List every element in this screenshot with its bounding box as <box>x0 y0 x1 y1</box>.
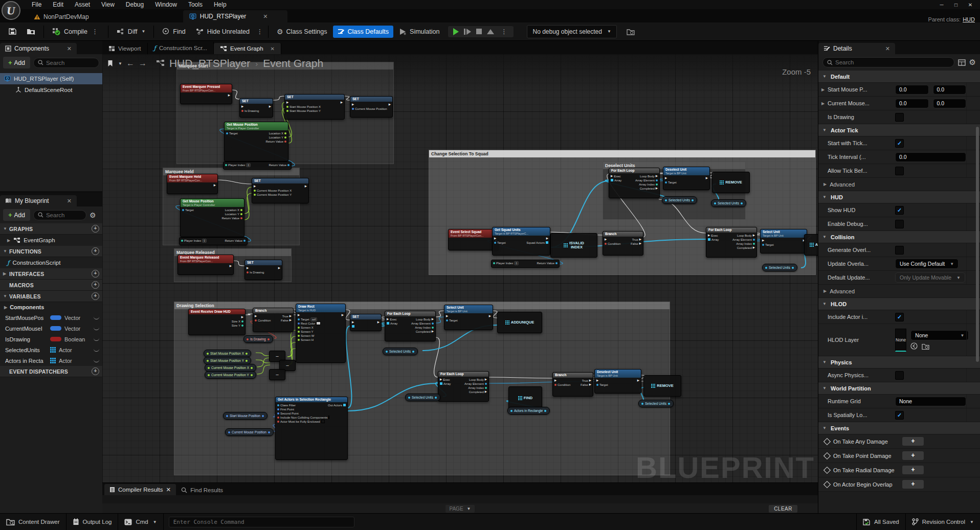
advanced-expander[interactable]: ▶Advanced <box>818 285 980 298</box>
menu-item-edit[interactable]: Edit <box>48 0 69 9</box>
details-section-collision[interactable]: ▼Collision <box>818 231 980 243</box>
variable-get-pill[interactable]: Actors in Rectangle <box>507 407 550 414</box>
pin-default-value[interactable]: self <box>310 317 318 321</box>
menu-item-tools[interactable]: Tools <box>183 0 208 9</box>
node-pin[interactable]: ▶ <box>489 314 491 318</box>
node-pin[interactable]: Return Value <box>269 163 289 167</box>
menu-item-help[interactable]: Help <box>209 0 232 9</box>
details-tab[interactable]: Details ✕ <box>818 43 895 54</box>
checkbox[interactable] <box>895 220 904 228</box>
node-pin[interactable]: ▶Exec <box>440 378 451 381</box>
variable-get-pill[interactable]: Start Mouse Position <box>223 412 268 420</box>
variable-row-actors-in-recta[interactable]: Actors in RectaActor <box>0 355 102 366</box>
node-pin[interactable]: Player Index0 <box>181 239 207 242</box>
event-select-squad-node[interactable]: Event Select SquadFrom BP RTSPlayerCon..… <box>448 229 499 250</box>
add-component-button[interactable]: +Add <box>3 57 30 68</box>
node-pin[interactable]: ▶ <box>241 105 259 108</box>
color-swatch[interactable] <box>316 321 321 325</box>
node-pin[interactable]: Start Mouse Position Y <box>286 109 321 112</box>
tab-viewport[interactable]: Viewport <box>102 43 148 54</box>
node-pin[interactable]: ▶ <box>389 103 391 106</box>
menu-item-debug[interactable]: Debug <box>121 0 149 9</box>
content-drawer-button[interactable]: Content Drawer <box>0 514 66 530</box>
node-pin[interactable]: ▶ <box>247 266 264 270</box>
close-icon[interactable]: ✕ <box>271 46 275 52</box>
node-pin[interactable]: Screen H <box>298 338 321 341</box>
output-log-button[interactable]: Output Log <box>66 514 119 530</box>
variable-get-pill[interactable]: Selected Units <box>762 264 797 271</box>
section-header-interfaces[interactable]: ▶INTERFACES+ <box>0 268 102 280</box>
node-pin[interactable]: Location X <box>269 131 286 135</box>
remove-node[interactable]: REMOVE <box>643 375 681 397</box>
node-pin[interactable]: Size X <box>232 319 243 323</box>
my-blueprint-search-input[interactable]: Search <box>33 210 86 220</box>
node-pin[interactable]: Array Index <box>415 326 434 329</box>
play-icon[interactable] <box>453 28 459 35</box>
set-node[interactable]: SET▶Current Mouse Position▶ <box>350 96 393 118</box>
node-pin[interactable]: Start Mouse Position X <box>286 105 321 108</box>
eject-icon[interactable] <box>487 29 494 34</box>
add-section-item-icon[interactable]: + <box>92 225 99 233</box>
eye-icon[interactable] <box>94 348 99 352</box>
checkbox[interactable]: ✓ <box>895 206 904 215</box>
node-pin[interactable]: Return Value <box>537 261 558 265</box>
node-pin[interactable]: Target <box>596 383 608 386</box>
components-search-input[interactable]: Search <box>33 58 99 68</box>
details-section-actor-tick[interactable]: ▼Actor Tick <box>818 124 980 136</box>
dropdown[interactable]: Use Config Default▼ <box>895 259 959 269</box>
node-pin[interactable]: ▶ <box>446 314 458 318</box>
select-unit-node[interactable]: Select UnitTarget is BP Unit▶Target▶ <box>760 229 807 254</box>
node-pin[interactable]: Out Actors <box>328 403 346 407</box>
node-pin[interactable]: ▶ <box>342 313 344 317</box>
node-pin[interactable]: ▶Completed <box>737 246 755 249</box>
close-icon[interactable]: ✕ <box>166 486 171 493</box>
section-header-functions[interactable]: ▼FUNCTIONS+ <box>0 246 102 257</box>
simulation-button[interactable]: Simulation <box>394 26 444 38</box>
node-pin[interactable]: ▶Loop Body <box>416 317 434 321</box>
blueprint-item-constructionscript[interactable]: ƒConstructionScript <box>0 257 102 268</box>
chevron-down-icon[interactable]: ▼ <box>118 61 122 66</box>
console-command-input[interactable]: Enter Console Command <box>169 517 354 527</box>
node-pin[interactable]: Array <box>440 382 451 385</box>
branch-node[interactable]: Branch▶Condition▶True▶False <box>253 308 294 332</box>
for-each-loop-node[interactable]: For Each Loop▶ExecArray▶Loop BodyArray E… <box>706 227 757 258</box>
pill-out-pin[interactable] <box>246 360 248 362</box>
node-pin[interactable]: ▶Loop Body <box>469 378 487 381</box>
menu-item-window[interactable]: Window <box>150 0 182 9</box>
compact-pure-node-node[interactable]: − <box>269 369 285 380</box>
eye-icon[interactable] <box>94 337 99 341</box>
class-settings-button[interactable]: ⚙ Class Settings <box>272 25 331 38</box>
node-pin[interactable]: Second Point <box>277 411 327 415</box>
deselect-unit-node[interactable]: Deselect UnitTarget is BP Unit▶Target▶ <box>594 369 641 394</box>
pill-out-pin[interactable] <box>412 351 414 353</box>
pill-out-pin[interactable] <box>268 338 270 340</box>
use-selected-icon[interactable] <box>910 342 918 350</box>
node-pin[interactable]: ▶ <box>706 176 708 180</box>
node-pin[interactable]: Targetself <box>298 317 321 321</box>
node-pin[interactable]: ▶Exec <box>387 317 397 321</box>
blueprint-item-eventgraph[interactable]: ▶EventGraph <box>0 235 102 246</box>
remove-node[interactable]: REMOVE <box>712 172 750 193</box>
details-settings-gear-icon[interactable]: ⚙ <box>969 58 976 67</box>
dropdown[interactable]: Only Update Movable▼ <box>895 272 965 283</box>
debug-object-dropdown[interactable]: No debug object selected ▼ <box>527 25 616 38</box>
compile-button[interactable]: Compile ⋮ <box>48 25 104 38</box>
asset-dropdown[interactable]: None▼ <box>910 330 969 340</box>
pin-default-value[interactable]: 0 <box>202 239 207 243</box>
node-pin[interactable]: Class Filter <box>277 403 327 407</box>
add-event-button[interactable]: + <box>902 466 924 474</box>
pill-out-pin[interactable] <box>435 397 437 399</box>
node-node[interactable]: Player Index0Return Value <box>223 162 292 170</box>
text-input[interactable]: 0.0 <box>895 152 966 162</box>
pill-out-pin[interactable] <box>251 374 253 376</box>
eye-icon[interactable] <box>94 359 99 362</box>
menu-item-file[interactable]: File <box>27 0 47 9</box>
node-pin[interactable]: ▶ <box>352 103 387 106</box>
node-pin[interactable]: Include Non Colliding Components <box>277 416 327 419</box>
node-pin[interactable]: ▶Exec <box>611 174 621 178</box>
node-pin[interactable]: Player Index0 <box>493 261 519 265</box>
node-pin[interactable]: ▶True <box>582 379 591 382</box>
node-pin[interactable]: Location X <box>225 208 242 212</box>
add-section-item-icon[interactable]: + <box>92 247 99 255</box>
get-squad-units-node[interactable]: Get Squad UnitsTarget is BP RTSPlayerC..… <box>492 227 550 256</box>
